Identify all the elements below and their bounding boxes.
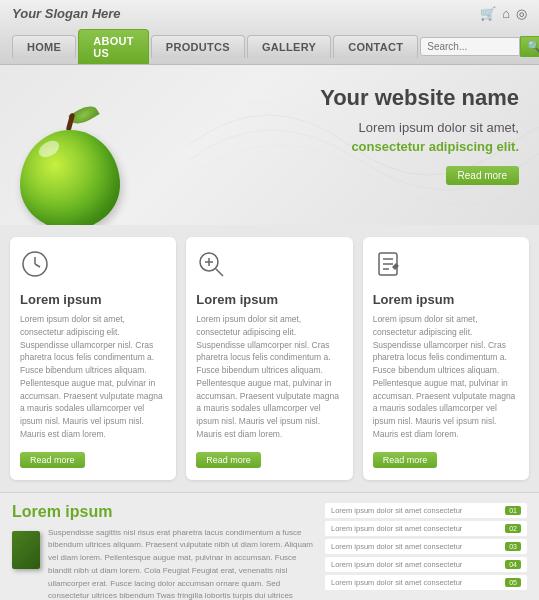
card-2-text: Lorem ipsum dolor sit amet, consectetur … bbox=[196, 313, 342, 441]
list-item: Lorem ipsum dolor sit amet consectetur 0… bbox=[325, 539, 527, 554]
bottom-text: Suspendisse sagittis nisl risus erat pha… bbox=[48, 527, 315, 601]
svg-line-2 bbox=[35, 264, 40, 267]
hero-subtitle: Lorem ipsum dolor sit amet, consectetur … bbox=[320, 119, 519, 155]
list-item: Lorem ipsum dolor sit amet consectetur 0… bbox=[325, 503, 527, 518]
nav-about[interactable]: ABOUT US bbox=[78, 29, 149, 64]
row-3-badge: 03 bbox=[505, 542, 521, 551]
nav-contact[interactable]: CONTACT bbox=[333, 35, 418, 58]
card-2-title: Lorem ipsum bbox=[196, 292, 342, 307]
row-1-text: Lorem ipsum dolor sit amet consectetur bbox=[331, 506, 462, 515]
header: Your Slogan Here 🛒 ⌂ ◎ HOME ABOUT US PRO… bbox=[0, 0, 539, 65]
hero: Your website name Lorem ipsum dolor sit … bbox=[0, 65, 539, 225]
card-1-title: Lorem ipsum bbox=[20, 292, 166, 307]
bottom-left: Lorem ipsum Suspendisse sagittis nisl ri… bbox=[12, 503, 315, 601]
row-5-badge: 05 bbox=[505, 578, 521, 587]
nav-gallery[interactable]: GALLERY bbox=[247, 35, 331, 58]
row-4-badge: 04 bbox=[505, 560, 521, 569]
search-button[interactable]: 🔍 bbox=[520, 36, 539, 57]
row-2-text: Lorem ipsum dolor sit amet consectetur bbox=[331, 524, 462, 533]
list-item: Lorem ipsum dolor sit amet consectetur 0… bbox=[325, 521, 527, 536]
nav-products[interactable]: PRODUTCS bbox=[151, 35, 245, 58]
card-3-button[interactable]: Read more bbox=[373, 452, 438, 468]
clock-icon bbox=[20, 249, 166, 286]
hero-subtitle-line2: consectetur adipiscing elit. bbox=[351, 139, 519, 154]
svg-line-4 bbox=[216, 269, 223, 276]
card-3-title: Lorem ipsum bbox=[373, 292, 519, 307]
card-1: Lorem ipsum Lorem ipsum dolor sit amet, … bbox=[10, 237, 176, 480]
cards-section: Lorem ipsum Lorem ipsum dolor sit amet, … bbox=[0, 225, 539, 492]
apple-body bbox=[20, 130, 120, 225]
card-3: Lorem ipsum Lorem ipsum dolor sit amet, … bbox=[363, 237, 529, 480]
header-top: Your Slogan Here 🛒 ⌂ ◎ bbox=[12, 6, 527, 21]
cart-icon[interactable]: 🛒 bbox=[480, 6, 496, 21]
row-1-badge: 01 bbox=[505, 506, 521, 515]
nav-search: 🔍 bbox=[420, 36, 539, 57]
bottom-right: Lorem ipsum dolor sit amet consectetur 0… bbox=[325, 503, 527, 601]
hero-readmore-button[interactable]: Read more bbox=[446, 166, 519, 185]
bottom-title: Lorem ipsum bbox=[12, 503, 315, 521]
list-item: Lorem ipsum dolor sit amet consectetur 0… bbox=[325, 557, 527, 572]
book-icon bbox=[12, 531, 40, 569]
row-2-badge: 02 bbox=[505, 524, 521, 533]
bottom-book: Suspendisse sagittis nisl risus erat pha… bbox=[12, 527, 315, 601]
hero-text: Your website name Lorem ipsum dolor sit … bbox=[320, 85, 519, 185]
row-4-text: Lorem ipsum dolor sit amet consectetur bbox=[331, 560, 462, 569]
card-3-text: Lorem ipsum dolor sit amet, consectetur … bbox=[373, 313, 519, 441]
nav-home[interactable]: HOME bbox=[12, 35, 76, 58]
slogan: Your Slogan Here bbox=[12, 6, 121, 21]
row-5-text: Lorem ipsum dolor sit amet consectetur bbox=[331, 578, 462, 587]
card-2-button[interactable]: Read more bbox=[196, 452, 261, 468]
header-icons: 🛒 ⌂ ◎ bbox=[480, 6, 527, 21]
card-1-button[interactable]: Read more bbox=[20, 452, 85, 468]
home-icon[interactable]: ⌂ bbox=[502, 6, 510, 21]
list-item: Lorem ipsum dolor sit amet consectetur 0… bbox=[325, 575, 527, 590]
row-3-text: Lorem ipsum dolor sit amet consectetur bbox=[331, 542, 462, 551]
hero-apple bbox=[10, 95, 140, 225]
search-input[interactable] bbox=[420, 37, 520, 56]
slogan-bold: Slogan Here bbox=[45, 6, 121, 21]
hero-title: Your website name bbox=[320, 85, 519, 111]
apple-shine bbox=[36, 137, 62, 160]
bottom-section: Lorem ipsum Suspendisse sagittis nisl ri… bbox=[0, 492, 539, 601]
hero-subtitle-line1: Lorem ipsum dolor sit amet, bbox=[359, 120, 519, 135]
card-1-text: Lorem ipsum dolor sit amet, consectetur … bbox=[20, 313, 166, 441]
card-2: Lorem ipsum Lorem ipsum dolor sit amet, … bbox=[186, 237, 352, 480]
rss-icon[interactable]: ◎ bbox=[516, 6, 527, 21]
search-plus-icon bbox=[196, 249, 342, 286]
edit-icon bbox=[373, 249, 519, 286]
nav: HOME ABOUT US PRODUTCS GALLERY CONTACT 🔍 bbox=[12, 25, 527, 64]
slogan-text: Your bbox=[12, 6, 45, 21]
